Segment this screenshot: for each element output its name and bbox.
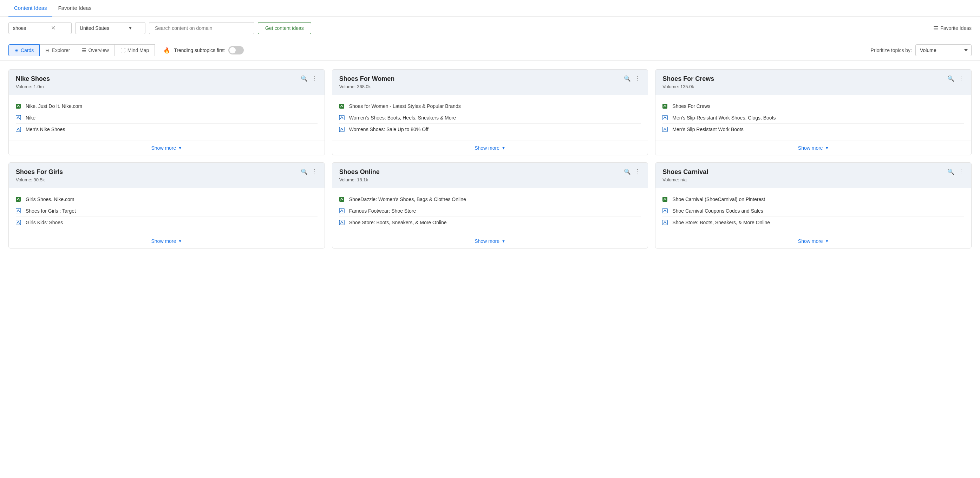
card-search-icon[interactable]: 🔍 xyxy=(947,75,955,82)
card-search-icon[interactable]: 🔍 xyxy=(624,168,631,175)
show-more-label: Show more xyxy=(474,238,500,244)
card-header: Shoes For CrewsVolume: 135.0k🔍⋮ xyxy=(655,70,971,95)
card-item-text: Women's Shoes: Boots, Heels, Sneakers & … xyxy=(349,115,456,121)
svg-rect-12 xyxy=(339,197,344,202)
green-result-icon xyxy=(662,104,669,108)
card-item-text: Shoes For Crews xyxy=(672,104,710,109)
mindmap-label: Mind Map xyxy=(127,48,149,53)
card-item-text: Nike xyxy=(25,115,35,121)
card-item: Men's Nike Shoes xyxy=(16,124,318,135)
card-card-4: Shoes For GirlsVolume: 90.5k🔍⋮Girls Shoe… xyxy=(8,163,325,249)
tab-content-ideas[interactable]: Content Ideas xyxy=(8,0,52,16)
svg-rect-6 xyxy=(662,104,667,108)
blue-result-icon xyxy=(16,127,22,132)
show-more-button[interactable]: Show more▼ xyxy=(9,234,325,248)
card-title: Nike Shoes xyxy=(16,75,50,83)
card-title: Shoes Carnival xyxy=(662,168,708,176)
svg-rect-14 xyxy=(339,220,344,225)
svg-rect-0 xyxy=(16,104,21,108)
card-item: Shoes For Crews xyxy=(662,100,964,112)
green-result-icon xyxy=(16,197,22,202)
show-more-button[interactable]: Show more▼ xyxy=(655,234,971,248)
domain-search-input[interactable] xyxy=(149,22,254,34)
card-search-icon[interactable]: 🔍 xyxy=(301,168,308,175)
view-explorer-button[interactable]: ⊟ Explorer xyxy=(40,44,76,56)
card-item-text: Shoes for Girls : Target xyxy=(25,208,76,214)
card-header: Nike ShoesVolume: 1.0m🔍⋮ xyxy=(9,70,325,95)
show-more-button[interactable]: Show more▼ xyxy=(332,234,648,248)
table-icon: ⊟ xyxy=(45,48,49,53)
card-search-icon[interactable]: 🔍 xyxy=(624,75,631,82)
card-title: Shoes For Women xyxy=(339,75,395,83)
card-item: Girls Kids' Shoes xyxy=(16,217,318,228)
view-cards-button[interactable]: ⊞ Cards xyxy=(8,44,40,56)
card-item: Shoe Store: Boots, Sneakers, & More Onli… xyxy=(339,217,641,228)
card-volume: Volume: 1.0m xyxy=(16,84,50,89)
card-title: Shoes For Crews xyxy=(662,75,714,83)
keyword-input[interactable] xyxy=(13,25,48,31)
list-icon: ☰ xyxy=(933,25,938,32)
show-more-button[interactable]: Show more▼ xyxy=(655,140,971,155)
card-body: Shoes for Women - Latest Styles & Popula… xyxy=(332,95,648,140)
card-search-icon[interactable]: 🔍 xyxy=(947,168,955,175)
keyword-input-wrapper: ✕ xyxy=(8,22,72,34)
svg-rect-16 xyxy=(662,209,667,214)
show-more-chevron-icon: ▼ xyxy=(178,146,182,150)
svg-rect-17 xyxy=(662,220,667,225)
card-title-wrap: Shoes OnlineVolume: 18.1k xyxy=(339,168,380,182)
svg-rect-5 xyxy=(339,127,344,132)
green-result-icon xyxy=(339,197,346,202)
card-more-button[interactable]: ⋮ xyxy=(311,76,318,81)
view-mindmap-button[interactable]: ⛶ Mind Map xyxy=(115,44,155,56)
svg-rect-11 xyxy=(16,220,21,225)
show-more-label: Show more xyxy=(798,238,823,244)
card-more-button[interactable]: ⋮ xyxy=(958,76,964,81)
app-container: Content Ideas Favorite Ideas ✕ United St… xyxy=(0,0,980,478)
get-ideas-button[interactable]: Get content ideas xyxy=(258,22,311,34)
show-more-label: Show more xyxy=(151,238,176,244)
card-title-wrap: Shoes For CrewsVolume: 135.0k xyxy=(662,75,714,89)
show-more-button[interactable]: Show more▼ xyxy=(332,140,648,155)
card-more-button[interactable]: ⋮ xyxy=(634,169,641,174)
view-overview-button[interactable]: ☰ Overview xyxy=(76,44,115,56)
svg-rect-8 xyxy=(662,127,667,132)
country-selector[interactable]: United States United Kingdom Canada Aust… xyxy=(75,22,145,34)
country-dropdown[interactable]: United States United Kingdom Canada Aust… xyxy=(80,25,126,31)
card-title: Shoes Online xyxy=(339,168,380,176)
card-search-icon[interactable]: 🔍 xyxy=(301,75,308,82)
card-title: Shoes For Girls xyxy=(16,168,63,176)
clear-keyword-button[interactable]: ✕ xyxy=(51,25,56,31)
show-more-chevron-icon: ▼ xyxy=(825,239,829,243)
card-item: Nike. Just Do It. Nike.com xyxy=(16,100,318,112)
green-result-icon xyxy=(16,104,22,108)
favorite-ideas-link[interactable]: ☰ Favorite Ideas xyxy=(933,25,972,32)
prioritize-label: Prioritize topics by: xyxy=(871,48,912,53)
show-more-label: Show more xyxy=(151,145,176,151)
card-header: Shoes CarnivalVolume: n/a🔍⋮ xyxy=(655,163,971,188)
card-more-button[interactable]: ⋮ xyxy=(311,169,318,174)
prioritize-dropdown[interactable]: Volume Relevance Difficulty xyxy=(915,44,972,56)
tab-favorite-ideas[interactable]: Favorite Ideas xyxy=(52,0,97,16)
svg-rect-10 xyxy=(16,209,21,214)
toggle-slider xyxy=(228,46,244,54)
svg-rect-7 xyxy=(662,115,667,120)
cards-grid: Nike ShoesVolume: 1.0m🔍⋮Nike. Just Do It… xyxy=(0,61,980,257)
show-more-chevron-icon: ▼ xyxy=(501,146,506,150)
show-more-label: Show more xyxy=(798,145,823,151)
prioritize-section: Prioritize topics by: Volume Relevance D… xyxy=(871,44,972,56)
blue-result-icon xyxy=(662,220,669,225)
view-controls: ⊞ Cards ⊟ Explorer ☰ Overview ⛶ Mind Map… xyxy=(0,40,980,61)
card-item-text: Men's Slip-Resistant Work Shoes, Clogs, … xyxy=(672,115,776,121)
trending-label: Trending subtopics first xyxy=(174,48,224,53)
card-volume: Volume: 90.5k xyxy=(16,177,63,182)
trending-toggle[interactable] xyxy=(228,46,244,54)
card-item: Womens Shoes: Sale Up to 80% Off xyxy=(339,124,641,135)
card-header: Shoes For WomenVolume: 368.0k🔍⋮ xyxy=(332,70,648,95)
card-more-button[interactable]: ⋮ xyxy=(634,76,641,81)
card-item-text: Shoe Carnival (ShoeCarnival) on Pinteres… xyxy=(672,196,765,202)
show-more-button[interactable]: Show more▼ xyxy=(9,140,325,155)
show-more-chevron-icon: ▼ xyxy=(501,239,506,243)
card-more-button[interactable]: ⋮ xyxy=(958,169,964,174)
card-item-text: Shoes for Women - Latest Styles & Popula… xyxy=(349,104,461,109)
card-item: ShoeDazzle: Women's Shoes, Bags & Clothe… xyxy=(339,194,641,205)
